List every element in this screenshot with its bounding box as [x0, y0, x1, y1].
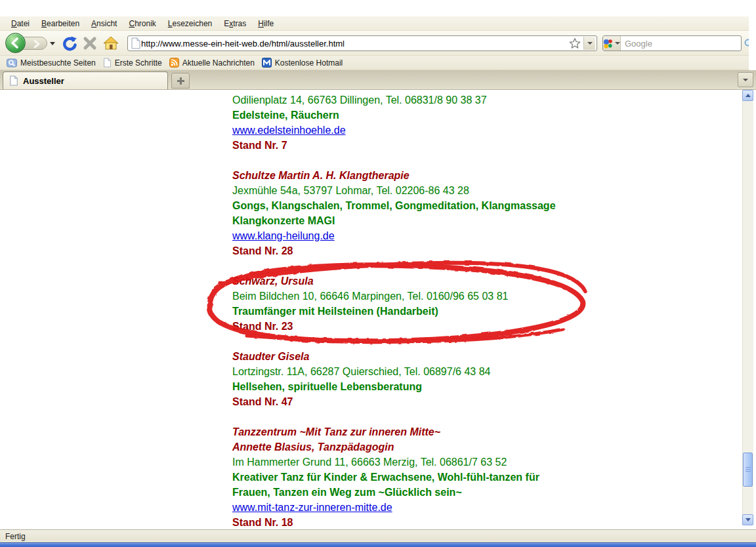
exhibitor-name: Tanzzentrum ~Mit Tanz zur inneren Mitte~ — [232, 424, 652, 439]
search-engine-selector[interactable] — [603, 36, 621, 51]
exhibitor-stand: Stand Nr. 28 — [232, 243, 652, 258]
window-corner-gap — [749, 0, 756, 70]
refresh-button[interactable] — [60, 35, 77, 52]
status-text: Fertig — [5, 532, 26, 541]
exhibitor-stand: Stand Nr. 47 — [232, 394, 652, 409]
exhibitor-stand: Stand Nr. 18 — [232, 515, 652, 530]
browser-window: DateiBearbeitenAnsichtChronikLesezeichen… — [0, 0, 756, 547]
exhibitor-offer: Hellsehen, spirituelle Lebensberatung — [232, 379, 652, 394]
exhibitor-website-line: www.mit-tanz-zur-inneren-mitte.de — [232, 500, 652, 515]
bookmark-label: Aktuelle Nachrichten — [182, 58, 255, 68]
page-content: Odilienplatz 14, 66763 Dillingen, Tel. 0… — [0, 90, 756, 529]
url-history-dropdown[interactable] — [583, 37, 595, 50]
exhibitor-website-line: www.edelsteinhoehle.de — [232, 123, 652, 138]
new-tab-button[interactable] — [171, 73, 190, 89]
menu-item-hilfe[interactable]: Hilfe — [252, 17, 280, 30]
exhibitor-offer: Traumfänger mit Heilsteinen (Handarbeit) — [232, 304, 652, 319]
vertical-scrollbar[interactable] — [742, 90, 753, 525]
home-button[interactable] — [102, 35, 119, 52]
exhibitor-address: Odilienplatz 14, 66763 Dillingen, Tel. 0… — [232, 92, 652, 108]
tab-list-dropdown[interactable] — [738, 72, 753, 87]
google-logo-icon — [603, 39, 613, 49]
menu-bar: DateiBearbeitenAnsichtChronikLesezeichen… — [0, 16, 749, 31]
exhibitor-website-link[interactable]: www.klang-heilung.de — [232, 230, 335, 241]
page-favicon-icon — [131, 37, 141, 49]
menu-item-bearbeiten[interactable]: Bearbeiten — [35, 17, 85, 30]
rss-icon — [169, 58, 179, 68]
search-bar[interactable] — [602, 35, 742, 51]
bookmark-star-icon[interactable] — [566, 37, 583, 49]
smart-folder-icon — [7, 58, 17, 68]
exhibitor-name: Staudter Gisela — [232, 349, 652, 364]
exhibitor-name: Annette Blasius, Tanzpädagogin — [232, 439, 652, 455]
back-history-dropdown[interactable] — [50, 42, 55, 45]
exhibitor-name: Schultze Martin A. H. Klangtherapie — [232, 168, 652, 183]
exhibitor-offer: Frauen, Tanzen ein Weg zum ~Glücklich se… — [232, 485, 652, 500]
exhibitor-address: Lortzingstr. 11A, 66287 Quierschied, Tel… — [232, 364, 652, 379]
exhibitor-entry: Schultze Martin A. H. KlangtherapieJexmü… — [232, 168, 652, 258]
tab-strip: Aussteller — [0, 70, 756, 90]
search-input[interactable] — [621, 39, 740, 49]
hotmail-icon — [262, 58, 272, 68]
forward-button[interactable] — [22, 37, 47, 50]
url-input[interactable] — [141, 39, 566, 49]
bookmark-aktuelle-nachrichten[interactable]: Aktuelle Nachrichten — [167, 56, 259, 69]
scroll-down-button[interactable] — [742, 514, 753, 525]
tab-aussteller[interactable]: Aussteller — [3, 71, 168, 89]
exhibitor-stand: Stand Nr. 23 — [232, 319, 652, 334]
exhibitor-offer: Klangkonzerte MAGI — [232, 213, 652, 228]
menu-item-datei[interactable]: Datei — [5, 17, 35, 30]
exhibitor-address: Beim Bildchen 10, 66646 Marpingen, Tel. … — [232, 289, 652, 304]
exhibitor-address: Jexmühle 54a, 53797 Lohmar, Tel. 02206-8… — [232, 183, 652, 198]
exhibitor-website-link[interactable]: www.edelsteinhoehle.de — [232, 125, 346, 136]
exhibitor-entry: Tanzzentrum ~Mit Tanz zur inneren Mitte~… — [232, 424, 652, 530]
back-button[interactable] — [5, 33, 26, 53]
exhibitor-name: Schwarz, Ursula — [232, 274, 652, 289]
tab-title: Aussteller — [23, 76, 64, 86]
exhibitor-website-link[interactable]: www.mit-tanz-zur-inneren-mitte.de — [232, 502, 392, 513]
scroll-up-button[interactable] — [742, 90, 753, 101]
exhibitor-list: Odilienplatz 14, 66763 Dillingen, Tel. 0… — [232, 92, 652, 545]
bookmarks-toolbar: Meistbesuchte SeitenErste SchritteAktuel… — [0, 56, 749, 70]
bookmark-label: Erste Schritte — [115, 58, 162, 68]
exhibitor-stand: Stand Nr. 7 — [232, 138, 652, 153]
navigation-toolbar — [0, 31, 749, 56]
exhibitor-offer: Kreativer Tanz für Kinder & Erwachsene, … — [232, 470, 652, 485]
bookmark-erste-schritte[interactable]: Erste Schritte — [100, 56, 167, 69]
location-bar[interactable] — [127, 35, 597, 51]
bookmark-meistbesuchte-seiten[interactable]: Meistbesuchte Seiten — [4, 57, 100, 69]
stop-button[interactable] — [81, 35, 98, 52]
exhibitor-offer: Edelsteine, Räuchern — [232, 108, 652, 123]
exhibitor-offer: Gongs, Klangschalen, Trommel, Gongmedita… — [232, 198, 652, 213]
page-icon — [103, 58, 112, 68]
tab-favicon-icon — [9, 75, 18, 86]
status-bar: Fertig — [0, 529, 756, 542]
menu-item-extras[interactable]: Extras — [218, 17, 252, 30]
menu-item-ansicht[interactable]: Ansicht — [85, 17, 123, 30]
bookmark-label: Meistbesuchte Seiten — [20, 58, 96, 68]
exhibitor-entry: Staudter GiselaLortzingstr. 11A, 66287 Q… — [232, 349, 652, 409]
exhibitor-address: Im Hammerter Grund 11, 66663 Merzig, Tel… — [232, 455, 652, 470]
exhibitor-entry: Odilienplatz 14, 66763 Dillingen, Tel. 0… — [232, 92, 652, 153]
menu-item-chronik[interactable]: Chronik — [123, 17, 161, 30]
scrollbar-thumb[interactable] — [743, 453, 753, 487]
taskbar-edge — [0, 542, 756, 547]
exhibitor-entry-circled: Schwarz, UrsulaBeim Bildchen 10, 66646 M… — [232, 274, 652, 334]
menu-item-lesezeichen[interactable]: Lesezeichen — [162, 17, 218, 30]
bookmark-label: Kostenlose Hotmail — [275, 58, 343, 68]
exhibitor-website-line: www.klang-heilung.de — [232, 228, 652, 243]
bookmark-kostenlose-hotmail[interactable]: Kostenlose Hotmail — [259, 56, 347, 69]
